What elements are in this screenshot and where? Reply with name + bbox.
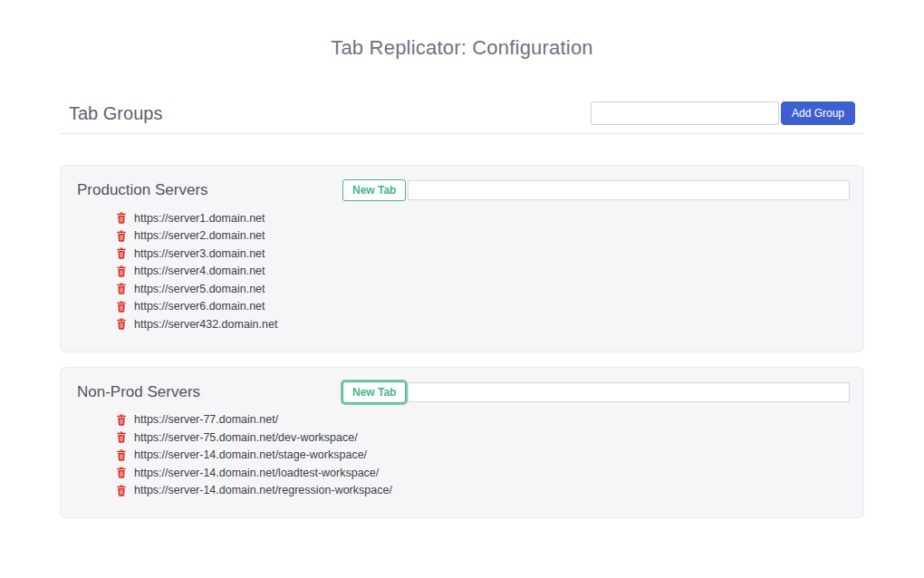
- tab-list: https://server-77.domain.net/ https://se…: [77, 411, 850, 500]
- delete-tab-button[interactable]: [115, 283, 127, 295]
- tab-row: https://server432.domain.net: [115, 315, 850, 333]
- tab-row: https://server5.domain.net: [115, 280, 850, 298]
- tab-url: https://server-14.domain.net/regression-…: [134, 484, 392, 496]
- delete-tab-button[interactable]: [115, 467, 127, 479]
- tab-list: https://server1.domain.net https://serve…: [77, 209, 850, 333]
- tab-row: https://server-77.domain.net/: [115, 411, 850, 429]
- delete-tab-button[interactable]: [115, 431, 127, 444]
- tab-url: https://server6.domain.net: [134, 300, 265, 313]
- header-divider: [60, 133, 864, 134]
- tab-url: https://server3.domain.net: [134, 247, 265, 260]
- delete-tab-button[interactable]: [115, 318, 127, 331]
- delete-tab-button[interactable]: [115, 484, 127, 496]
- trash-icon: [116, 301, 127, 313]
- new-group-name-input[interactable]: [591, 101, 779, 125]
- delete-tab-button[interactable]: [115, 247, 127, 260]
- group-title: Production Servers: [77, 181, 342, 199]
- tab-row: https://server-14.domain.net/stage-works…: [115, 447, 850, 465]
- tab-row: https://server-14.domain.net/regression-…: [115, 482, 850, 500]
- trash-icon: [116, 414, 127, 426]
- tab-url: https://server2.domain.net: [134, 229, 265, 242]
- trash-icon: [116, 247, 127, 259]
- delete-tab-button[interactable]: [115, 229, 127, 242]
- group-card: Non-Prod Servers New Tab https://server-…: [60, 367, 864, 519]
- trash-icon: [116, 467, 127, 478]
- new-tab-input[interactable]: [408, 180, 850, 200]
- trash-icon: [116, 230, 127, 242]
- delete-tab-button[interactable]: [115, 300, 127, 313]
- tab-groups-header: Tab Groups Add Group: [60, 101, 864, 125]
- tab-row: https://server3.domain.net: [115, 245, 850, 263]
- new-tab-input[interactable]: [408, 382, 850, 402]
- trash-icon: [116, 449, 127, 461]
- trash-icon: [116, 265, 127, 277]
- tab-url: https://server5.domain.net: [134, 283, 265, 295]
- tab-row: https://server6.domain.net: [115, 298, 850, 316]
- new-tab-button[interactable]: New Tab: [342, 179, 406, 201]
- new-tab-button[interactable]: New Tab: [342, 381, 406, 403]
- trash-icon: [116, 318, 127, 330]
- delete-tab-button[interactable]: [115, 413, 127, 426]
- trash-icon: [116, 283, 127, 294]
- group-card-header: Non-Prod Servers New Tab: [77, 381, 850, 403]
- group-card-header: Production Servers New Tab: [77, 179, 850, 201]
- trash-icon: [116, 431, 127, 443]
- add-group-button[interactable]: Add Group: [781, 101, 855, 125]
- delete-tab-button[interactable]: [115, 212, 127, 225]
- trash-icon: [116, 212, 127, 224]
- tab-row: https://server-75.domain.net/dev-workspa…: [115, 429, 850, 447]
- tab-url: https://server-75.domain.net/dev-workspa…: [134, 431, 358, 444]
- delete-tab-button[interactable]: [115, 448, 127, 461]
- tab-row: https://server2.domain.net: [115, 227, 850, 246]
- tab-groups-heading: Tab Groups: [69, 103, 591, 124]
- main-container: Tab Groups Add Group Production Servers …: [60, 101, 864, 518]
- tab-url: https://server-14.domain.net/loadtest-wo…: [134, 467, 379, 479]
- tab-row: https://server1.domain.net: [115, 209, 850, 227]
- trash-icon: [116, 485, 127, 496]
- tab-row: https://server-14.domain.net/loadtest-wo…: [115, 464, 850, 482]
- tab-url: https://server432.domain.net: [134, 318, 277, 331]
- tab-url: https://server-14.domain.net/stage-works…: [134, 448, 367, 461]
- tab-url: https://server4.domain.net: [134, 265, 265, 277]
- tab-url: https://server1.domain.net: [134, 212, 265, 225]
- group-title: Non-Prod Servers: [77, 383, 342, 401]
- page-title: Tab Replicator: Configuration: [0, 36, 924, 60]
- group-card: Production Servers New Tab https://serve…: [60, 165, 864, 352]
- tab-row: https://server4.domain.net: [115, 263, 850, 281]
- groups-list: Production Servers New Tab https://serve…: [60, 165, 864, 518]
- delete-tab-button[interactable]: [115, 265, 127, 277]
- tab-url: https://server-77.domain.net/: [134, 413, 278, 426]
